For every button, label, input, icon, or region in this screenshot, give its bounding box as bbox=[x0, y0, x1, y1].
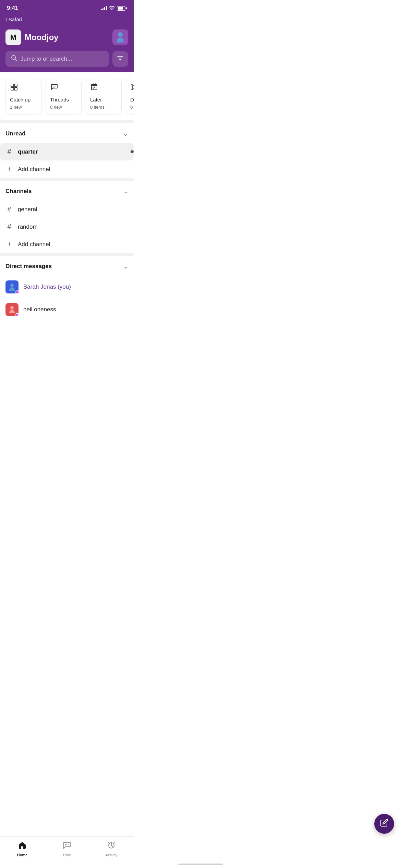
unread-section: Unread ⌄ # quarter + Add channel bbox=[0, 123, 134, 178]
separator-3 bbox=[0, 253, 134, 256]
filter-button[interactable] bbox=[112, 51, 128, 67]
later-icon bbox=[90, 83, 117, 93]
status-time: 9:41 bbox=[7, 5, 18, 12]
channels-chevron-icon: ⌄ bbox=[123, 188, 128, 195]
unread-section-title: Unread bbox=[5, 130, 26, 137]
threads-card[interactable]: Threads 0 new bbox=[46, 78, 82, 115]
catchup-card[interactable]: Catch up 1 new bbox=[5, 78, 41, 115]
threads-icon bbox=[50, 83, 77, 93]
channel-item-random[interactable]: # random bbox=[5, 218, 128, 236]
dm-name-neil: neil.oneness bbox=[23, 306, 56, 313]
unread-indicator-dot bbox=[131, 150, 134, 153]
dm-status-dot-neil bbox=[15, 313, 19, 316]
dm-avatar-sarah bbox=[5, 280, 19, 293]
search-area: Jump to or search... bbox=[0, 51, 134, 72]
dm-name-sarah: Sarah Jonas (you) bbox=[23, 284, 71, 290]
threads-title: Threads bbox=[50, 97, 77, 103]
unread-add-channel-label: Add channel bbox=[18, 166, 50, 173]
channel-hash-icon: # bbox=[5, 148, 13, 156]
unread-add-channel[interactable]: + Add channel bbox=[5, 160, 128, 178]
svg-line-1 bbox=[15, 59, 17, 61]
unread-chevron-icon: ⌄ bbox=[123, 130, 128, 137]
catchup-icon bbox=[10, 83, 37, 93]
main-content: Catch up 1 new Threads 0 new bbox=[0, 72, 134, 321]
safari-back-label: Safari bbox=[9, 16, 22, 22]
status-icons bbox=[101, 5, 127, 11]
unread-section-header[interactable]: Unread ⌄ bbox=[5, 123, 128, 143]
drafts-title: Drafts bbox=[130, 97, 134, 103]
svg-rect-5 bbox=[11, 84, 14, 87]
app-header-left: M Moodjoy bbox=[5, 29, 59, 45]
later-title: Later bbox=[90, 97, 117, 103]
separator-2 bbox=[0, 178, 134, 181]
wifi-icon bbox=[109, 5, 115, 11]
svg-rect-7 bbox=[11, 87, 14, 90]
dm-section-header[interactable]: Direct messages ⌄ bbox=[5, 256, 128, 276]
channel-name-general: general bbox=[18, 206, 37, 213]
dm-item-neil[interactable]: neil.oneness bbox=[5, 298, 128, 321]
svg-marker-14 bbox=[132, 84, 134, 90]
channel-hash-icon: # bbox=[5, 223, 13, 231]
later-card[interactable]: Later 0 items bbox=[86, 78, 122, 115]
channels-add-channel-label: Add channel bbox=[18, 241, 50, 248]
svg-rect-8 bbox=[14, 87, 17, 90]
add-channel-plus-icon: + bbox=[5, 165, 13, 173]
later-sub: 0 items bbox=[90, 105, 117, 110]
dm-person-icon-sarah bbox=[9, 284, 15, 291]
threads-sub: 0 new bbox=[50, 105, 77, 110]
drafts-icon bbox=[130, 83, 134, 93]
catchup-sub: 1 new bbox=[10, 105, 37, 110]
app-header: M Moodjoy bbox=[0, 25, 134, 51]
catchup-title: Catch up bbox=[10, 97, 37, 103]
channel-hash-icon: # bbox=[5, 205, 13, 213]
channels-add-channel[interactable]: + Add channel bbox=[5, 236, 128, 253]
dm-item-sarah[interactable]: Sarah Jonas (you) bbox=[5, 276, 128, 298]
separator-1 bbox=[0, 120, 134, 123]
signal-icon bbox=[101, 6, 107, 10]
channels-section-title: Channels bbox=[5, 188, 32, 195]
avatar-status-dot bbox=[123, 40, 126, 44]
channel-item-quarter[interactable]: # quarter bbox=[0, 143, 134, 160]
channel-name-random: random bbox=[18, 224, 38, 230]
battery-icon bbox=[117, 6, 127, 11]
channels-section-header[interactable]: Channels ⌄ bbox=[5, 181, 128, 201]
avatar-button[interactable] bbox=[112, 29, 128, 45]
dm-avatar-neil bbox=[5, 303, 19, 316]
svg-rect-6 bbox=[14, 84, 17, 87]
search-bar[interactable]: Jump to or search... bbox=[5, 51, 109, 67]
channel-item-general[interactable]: # general bbox=[5, 201, 128, 218]
dm-section-title: Direct messages bbox=[5, 263, 52, 270]
drafts-card[interactable]: Drafts 0 items bbox=[126, 78, 134, 115]
app-title: Moodjoy bbox=[25, 33, 59, 42]
safari-back-bar[interactable]: ‹ Safari bbox=[0, 14, 134, 25]
search-placeholder: Jump to or search... bbox=[21, 56, 72, 62]
drafts-sub: 0 items bbox=[130, 105, 134, 110]
search-icon bbox=[11, 55, 17, 63]
status-bar: 9:41 bbox=[0, 0, 134, 14]
safari-back-button[interactable]: ‹ Safari bbox=[5, 16, 22, 23]
dm-person-icon-neil bbox=[9, 306, 15, 313]
back-arrow-icon: ‹ bbox=[5, 16, 8, 23]
quick-actions-row: Catch up 1 new Threads 0 new bbox=[0, 72, 134, 120]
filter-icon bbox=[117, 55, 124, 62]
channels-section: Channels ⌄ # general # random + Add chan… bbox=[0, 181, 134, 253]
dm-status-dot-sarah bbox=[15, 290, 19, 294]
app-logo: M bbox=[5, 29, 21, 45]
channel-name-quarter: quarter bbox=[18, 148, 38, 155]
dm-section: Direct messages ⌄ Sarah Jonas (you) bbox=[0, 256, 134, 321]
dm-chevron-icon: ⌄ bbox=[123, 263, 128, 270]
add-channel-plus-icon: + bbox=[5, 240, 13, 248]
